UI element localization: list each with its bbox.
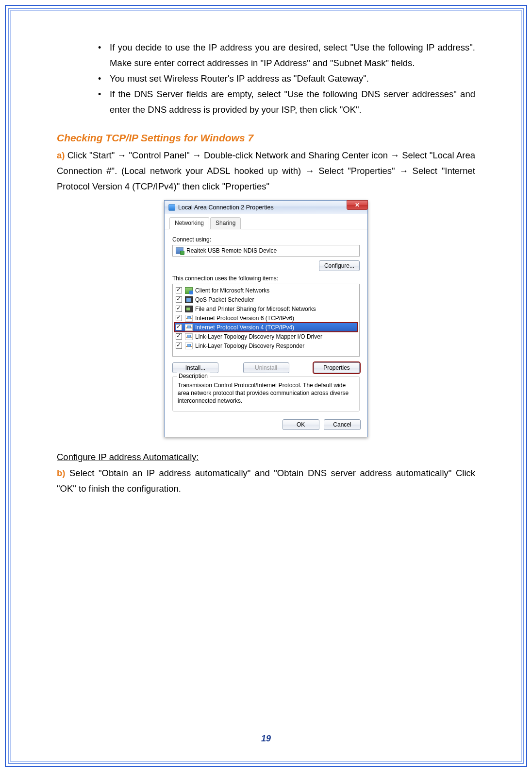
window-title: Local Area Connection 2 Properties — [178, 204, 274, 211]
checkbox[interactable] — [176, 287, 182, 293]
step-a-label: a) — [57, 150, 65, 160]
items-label: This connection uses the following items… — [172, 275, 360, 282]
protocol-icon — [185, 306, 193, 312]
checkbox[interactable] — [176, 333, 182, 340]
step-a-paragraph: a) Click "Start" → "Control Panel" → Dou… — [57, 148, 475, 194]
checkbox[interactable] — [176, 296, 182, 303]
list-item-label: Internet Protocol Version 6 (TCP/IPv6) — [195, 315, 294, 322]
list-item[interactable]: Client for Microsoft Networks — [175, 286, 357, 295]
description-group: Description Transmission Control Protoco… — [172, 376, 360, 412]
adapter-field[interactable]: Realtek USB Remote NDIS Device — [172, 245, 360, 257]
network-adapter-icon — [176, 247, 183, 254]
tab-networking[interactable]: Networking — [169, 217, 209, 229]
list-item[interactable]: Link-Layer Topology Discovery Mapper I/O… — [175, 332, 357, 341]
checkbox[interactable] — [176, 306, 182, 312]
checkbox[interactable] — [176, 315, 182, 321]
dialog-screenshot: Local Area Connection 2 Properties ✕ Net… — [57, 200, 475, 437]
bullet-text: You must set Wireless Router's IP addres… — [110, 71, 475, 86]
page-number: 19 — [11, 734, 521, 744]
step-a-text: Click "Start" → "Control Panel" → Double… — [57, 150, 475, 191]
description-legend: Description — [177, 373, 210, 379]
list-item-label: Client for Microsoft Networks — [195, 287, 269, 294]
tab-strip: Networking Sharing — [165, 214, 367, 229]
tab-sharing[interactable]: Sharing — [210, 217, 241, 229]
protocol-icon — [185, 343, 193, 349]
uninstall-button[interactable]: Uninstall — [243, 362, 289, 373]
checkbox[interactable] — [176, 343, 182, 349]
properties-button[interactable]: Properties — [314, 362, 360, 373]
list-item-label: QoS Packet Scheduler — [195, 296, 254, 303]
configure-button[interactable]: Configure... — [319, 260, 360, 271]
protocol-icon — [185, 315, 193, 322]
bullet-marker: • — [98, 71, 110, 86]
bullet-list: • If you decide to use the IP address yo… — [98, 40, 475, 118]
list-item[interactable]: Link-Layer Topology Discovery Responder — [175, 341, 357, 350]
step-b-text: Select "Obtain an IP address automatical… — [57, 468, 475, 494]
close-icon: ✕ — [355, 202, 360, 208]
protocol-icon — [185, 324, 193, 331]
bullet-marker: • — [98, 86, 110, 118]
protocol-icon — [185, 333, 193, 340]
protocol-icon — [185, 287, 193, 294]
list-item-label: File and Printer Sharing for Microsoft N… — [195, 306, 316, 312]
install-button[interactable]: Install... — [172, 362, 218, 373]
page-content: • If you decide to use the IP address yo… — [57, 40, 475, 727]
bullet-item: • If the DNS Server fields are empty, se… — [98, 86, 475, 118]
bullet-item: • You must set Wireless Router's IP addr… — [98, 71, 475, 86]
bullet-text: If the DNS Server fields are empty, sele… — [110, 86, 475, 118]
list-item[interactable]: File and Printer Sharing for Microsoft N… — [175, 304, 357, 313]
description-text: Transmission Control Protocol/Internet P… — [178, 381, 354, 405]
bullet-marker: • — [98, 40, 110, 71]
list-item[interactable]: Internet Protocol Version 4 (TCP/IPv4) — [175, 323, 357, 332]
list-item-label: Internet Protocol Version 4 (TCP/IPv4) — [195, 324, 294, 331]
list-item-label: Link-Layer Topology Discovery Mapper I/O… — [195, 333, 322, 340]
adapter-name: Realtek USB Remote NDIS Device — [186, 247, 277, 254]
checkbox[interactable] — [176, 324, 182, 330]
properties-dialog: Local Area Connection 2 Properties ✕ Net… — [164, 200, 368, 437]
close-button[interactable]: ✕ — [347, 200, 368, 210]
list-item[interactable]: QoS Packet Scheduler — [175, 295, 357, 304]
bullet-item: • If you decide to use the IP address yo… — [98, 40, 475, 71]
window-icon — [168, 204, 175, 211]
configure-auto-heading: Configure IP address Automatically: — [57, 452, 475, 463]
ok-button[interactable]: OK — [283, 419, 319, 430]
items-listbox[interactable]: Client for Microsoft NetworksQoS Packet … — [172, 284, 360, 357]
section-heading: Checking TCP/IP Settings for Windows 7 — [57, 132, 475, 144]
connect-using-label: Connect using: — [172, 236, 360, 243]
list-item-label: Link-Layer Topology Discovery Responder — [195, 343, 304, 349]
step-b-paragraph: b) Select "Obtain an IP address automati… — [57, 465, 475, 497]
list-item[interactable]: Internet Protocol Version 6 (TCP/IPv6) — [175, 313, 357, 323]
cancel-button[interactable]: Cancel — [324, 419, 361, 430]
titlebar[interactable]: Local Area Connection 2 Properties ✕ — [165, 201, 367, 214]
bullet-text: If you decide to use the IP address you … — [110, 40, 475, 71]
protocol-icon — [185, 296, 193, 303]
step-b-label: b) — [57, 468, 65, 478]
